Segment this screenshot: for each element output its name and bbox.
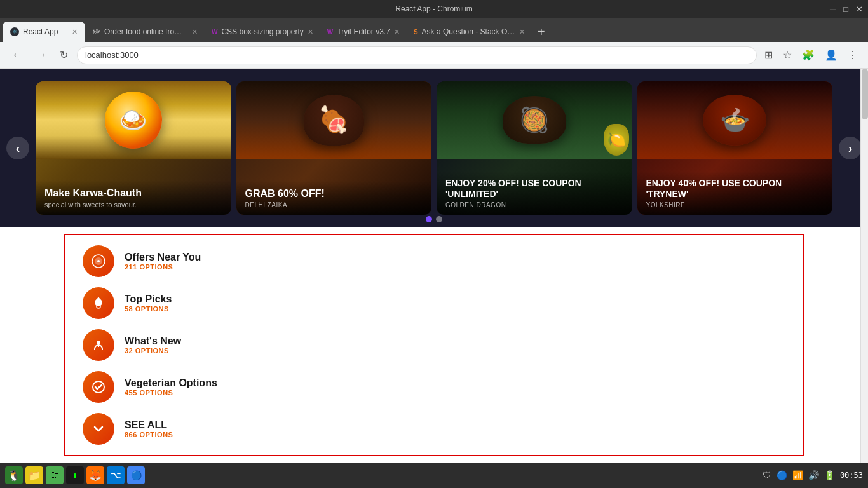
carousel-item-enjoy40-restaurant: YOLKSHIRE — [646, 201, 824, 208]
carousel-item-grab-text: GRAB 60% OFF! DELHI ZAIKA — [236, 181, 432, 215]
star-icon[interactable]: ☆ — [780, 46, 794, 64]
tab-react-close[interactable]: ✕ — [72, 28, 78, 36]
tab-so-label: Ask a Question - Stack Overfl... — [422, 27, 515, 36]
svg-point-3 — [97, 341, 100, 344]
tab-food-favicon: 🍽 — [93, 27, 100, 36]
filter-veg-text: Vegeterian Options 455 OPTIONS — [125, 377, 217, 396]
taskbar-wifi-icon: 📶 — [792, 470, 803, 480]
window-title: React App - Chromium — [395, 4, 472, 13]
carousel-next-button[interactable]: › — [839, 137, 862, 159]
taskbar-icon-tux[interactable]: 🐧 — [5, 466, 23, 484]
taskbar-icon-vscode[interactable]: ⌥ — [107, 466, 125, 484]
tab-css-favicon: W — [212, 29, 217, 36]
tab-tryit-close[interactable]: ✕ — [394, 28, 400, 36]
tab-react-label: React App — [23, 27, 68, 36]
page-content: ‹ 🍛 Make Karwa-Chauth special with sweet… — [0, 69, 868, 463]
address-text: localhost:3000 — [85, 50, 139, 60]
taskbar-icon-terminal[interactable]: ▮ — [66, 466, 84, 484]
carousel-item-enjoy20-title: ENJOY 20% OFF! USE COUPON 'UNLIMITED' — [445, 178, 623, 200]
tab-react-favicon: ⚛ — [10, 27, 19, 36]
filter-top-name: Top Picks — [125, 294, 172, 305]
carousel-dots — [426, 216, 442, 222]
new-tab-button[interactable]: + — [532, 25, 550, 42]
taskbar: 🐧 📁 🗂 ▮ 🦊 ⌥ 🔵 🛡 🔵 📶 🔊 🔋 00:53 — [0, 463, 868, 488]
carousel-dot-2[interactable] — [436, 216, 442, 222]
carousel-item-grab[interactable]: 🍖 GRAB 60% OFF! DELHI ZAIKA — [236, 81, 432, 215]
filter-section: Offers Near You 211 OPTIONS Top Picks 58… — [64, 234, 804, 456]
filter-top-text: Top Picks 58 OPTIONS — [125, 294, 172, 313]
minimize-btn[interactable]: ─ — [830, 4, 836, 14]
tab-so-favicon: S — [414, 29, 418, 36]
carousel-item-karwa-text: Make Karwa-Chauth special with sweets to… — [36, 180, 231, 215]
carousel-item-enjoy40-title: ENJOY 40% OFF! USE COUPON 'TRYNEW' — [646, 178, 824, 200]
carousel-item-enjoy40-food: 🍲 — [637, 81, 833, 159]
carousel-item-grab-title: GRAB 60% OFF! — [245, 187, 423, 200]
tab-so-close[interactable]: ✕ — [519, 28, 525, 36]
restore-btn[interactable]: □ — [843, 4, 848, 14]
address-bar[interactable]: localhost:3000 — [77, 46, 757, 64]
tab-tryit[interactable]: W Tryit Editor v3.7 ✕ — [321, 22, 406, 42]
scrollbar-thumb[interactable] — [862, 69, 868, 119]
filter-item-all[interactable]: SEE ALL 866 OPTIONS — [78, 408, 790, 450]
filter-veg-name: Vegeterian Options — [125, 377, 217, 389]
close-btn[interactable]: ✕ — [856, 4, 863, 14]
svg-point-2 — [97, 260, 100, 262]
filter-offers-count: 211 OPTIONS — [125, 263, 201, 271]
filter-new-text: What's New 32 OPTIONS — [125, 336, 181, 355]
tab-food-close[interactable]: ✕ — [192, 28, 198, 36]
filter-offers-name: Offers Near You — [125, 252, 201, 263]
back-button[interactable]: ← — [8, 46, 27, 64]
filter-all-icon — [83, 413, 114, 445]
taskbar-right-area: 🛡 🔵 📶 🔊 🔋 00:53 — [763, 470, 863, 480]
scrollbar[interactable] — [860, 69, 868, 463]
filter-offers-text: Offers Near You 211 OPTIONS — [125, 252, 201, 271]
taskbar-sound-icon: 🔊 — [808, 470, 819, 480]
reload-button[interactable]: ↻ — [56, 46, 72, 64]
taskbar-icon-firefox[interactable]: 🦊 — [86, 466, 104, 484]
carousel-item-enjoy20-text: ENJOY 20% OFF! USE COUPON 'UNLIMITED' GO… — [437, 172, 632, 215]
tab-so[interactable]: S Ask a Question - Stack Overfl... ✕ — [407, 22, 531, 42]
filter-item-top[interactable]: Top Picks 58 OPTIONS — [78, 282, 790, 324]
title-bar: React App - Chromium ─ □ ✕ — [0, 0, 868, 18]
taskbar-icon-files[interactable]: 📁 — [25, 466, 43, 484]
filter-veg-count: 455 OPTIONS — [125, 389, 217, 396]
carousel-item-grab-food: 🍖 — [236, 81, 432, 159]
carousel-prev-button[interactable]: ‹ — [6, 137, 29, 159]
carousel-item-enjoy40[interactable]: 🍲 ENJOY 40% OFF! USE COUPON 'TRYNEW' YOL… — [637, 81, 833, 215]
forward-button[interactable]: → — [32, 46, 51, 64]
grid-icon[interactable]: ⊞ — [762, 46, 775, 64]
filter-item-new[interactable]: What's New 32 OPTIONS — [78, 324, 790, 366]
carousel-item-karwa-subtitle: special with sweets to savour. — [44, 201, 222, 208]
tab-tryit-label: Tryit Editor v3.7 — [337, 27, 390, 36]
menu-icon[interactable]: ⋮ — [845, 46, 860, 64]
tab-food-label: Order food online from India... — [104, 27, 188, 36]
carousel-item-enjoy20[interactable]: 🥘 🍋 ENJOY 20% OFF! USE COUPON 'UNLIMITED… — [437, 81, 632, 215]
tab-css[interactable]: W CSS box-sizing property ✕ — [205, 22, 320, 42]
taskbar-time: 00:53 — [840, 471, 863, 480]
taskbar-icon-fm[interactable]: 🗂 — [46, 466, 64, 484]
browser-window: React App - Chromium ─ □ ✕ ⚛ React App ✕… — [0, 0, 868, 488]
tab-food[interactable]: 🍽 Order food online from India... ✕ — [86, 22, 204, 42]
filter-top-count: 58 OPTIONS — [125, 305, 172, 313]
filter-top-icon — [83, 287, 114, 319]
tab-css-close[interactable]: ✕ — [308, 28, 313, 36]
carousel-dot-1[interactable] — [426, 216, 432, 222]
filter-offers-icon — [83, 245, 114, 277]
taskbar-battery-icon: 🔋 — [824, 470, 835, 480]
taskbar-shield-icon: 🛡 — [763, 470, 771, 480]
window-controls: ─ □ ✕ — [830, 4, 863, 14]
carousel-item-enjoy20-food: 🥘 🍋 — [437, 81, 632, 159]
taskbar-bluetooth-icon: 🔵 — [776, 470, 787, 480]
filter-item-offers[interactable]: Offers Near You 211 OPTIONS — [78, 240, 790, 282]
toolbar: ← → ↻ localhost:3000 ⊞ ☆ 🧩 👤 ⋮ — [0, 42, 868, 69]
filter-item-veg[interactable]: Vegeterian Options 455 OPTIONS — [78, 366, 790, 408]
carousel-item-grab-restaurant: DELHI ZAIKA — [245, 201, 423, 208]
extensions-icon[interactable]: 🧩 — [799, 46, 817, 64]
carousel-item-karwa[interactable]: 🍛 Make Karwa-Chauth special with sweets … — [36, 81, 231, 215]
profile-icon[interactable]: 👤 — [822, 46, 840, 64]
tab-bar: ⚛ React App ✕ 🍽 Order food online from I… — [0, 18, 868, 42]
filter-all-count: 866 OPTIONS — [125, 431, 173, 438]
tab-react[interactable]: ⚛ React App ✕ — [3, 22, 85, 42]
taskbar-icon-chromium[interactable]: 🔵 — [127, 466, 145, 484]
filter-veg-icon — [83, 371, 114, 403]
